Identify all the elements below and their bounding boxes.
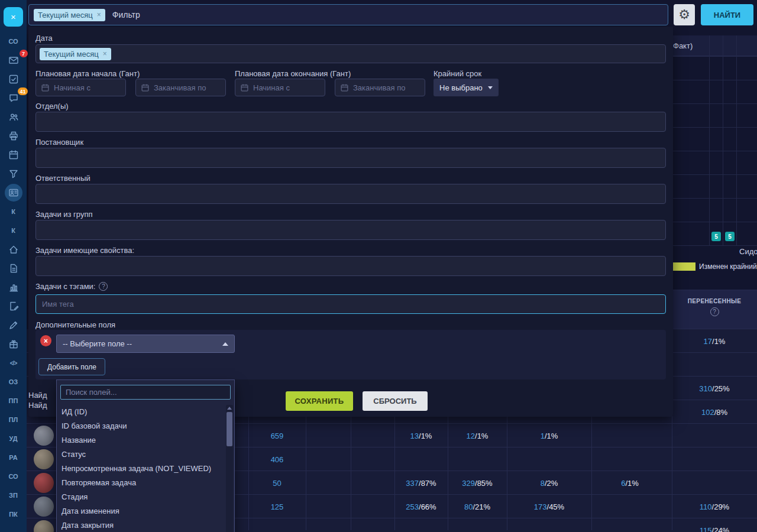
sidebar-item-pl[interactable]: ПЛ bbox=[4, 414, 23, 426]
filter-chip: Текущий месяц × bbox=[34, 9, 105, 21]
plan-end-from[interactable] bbox=[235, 79, 325, 96]
add-field-button[interactable]: Добавить поле bbox=[38, 358, 105, 375]
sidebar-item-chart[interactable] bbox=[4, 281, 23, 293]
table-cell[interactable]: 110 / 29% bbox=[672, 495, 757, 518]
field-option[interactable]: Статус bbox=[57, 447, 226, 462]
responsible-input[interactable] bbox=[36, 184, 665, 203]
field-select[interactable]: -- Выберите поле -- bbox=[56, 335, 235, 353]
table-cell[interactable]: 80 / 21% bbox=[448, 495, 507, 518]
groups-input[interactable] bbox=[36, 220, 665, 239]
chip-remove-icon[interactable]: × bbox=[97, 11, 101, 19]
table-cell[interactable]: 8 / 2% bbox=[507, 471, 591, 495]
sidebar-item-ra[interactable]: РА bbox=[4, 452, 23, 463]
scroll-up-icon[interactable] bbox=[227, 407, 232, 410]
groups-field[interactable] bbox=[35, 220, 666, 240]
save-button[interactable]: СОХРАНИТЬ bbox=[286, 391, 353, 411]
sidebar-item-tasks[interactable] bbox=[4, 73, 23, 85]
plan-start-to[interactable] bbox=[135, 79, 226, 96]
help-icon[interactable]: ? bbox=[99, 282, 108, 291]
sidebar-item-people[interactable] bbox=[4, 111, 23, 123]
sidebar-item-code[interactable]: </> bbox=[4, 357, 23, 369]
department-input[interactable] bbox=[36, 112, 665, 131]
contract-icon bbox=[8, 301, 19, 312]
sidebar-item-pp[interactable]: ПП bbox=[4, 395, 23, 407]
sidebar-item-pen[interactable] bbox=[4, 319, 23, 331]
table-cell[interactable]: 337 / 87% bbox=[394, 471, 448, 495]
reset-button[interactable]: СБРОСИТЬ bbox=[363, 391, 428, 411]
remove-field-button[interactable]: × bbox=[40, 335, 51, 346]
tags-field[interactable] bbox=[35, 294, 666, 314]
table-cell[interactable]: 329 / 85% bbox=[448, 471, 507, 495]
table-cell[interactable]: 406 bbox=[248, 447, 306, 471]
department-field[interactable] bbox=[35, 112, 666, 132]
table-cell[interactable]: 13 / 1% bbox=[394, 424, 448, 447]
props-field[interactable] bbox=[35, 256, 666, 276]
field-search-input[interactable] bbox=[60, 385, 231, 400]
sidebar-item-ud[interactable]: УД bbox=[4, 433, 23, 445]
sidebar-item-contract[interactable] bbox=[4, 300, 23, 312]
column-title: ПЕРЕНЕСЕННЫЕ bbox=[688, 298, 742, 304]
sidebar-item-oz[interactable]: ОЗ bbox=[4, 376, 23, 388]
creator-label: Постановщик bbox=[35, 138, 83, 147]
table-cell[interactable]: 173 / 45% bbox=[507, 495, 591, 518]
sidebar-item-gift[interactable] bbox=[4, 338, 23, 350]
sidebar-item-document[interactable] bbox=[4, 262, 23, 274]
table-cell[interactable]: 17 / 1% bbox=[672, 329, 757, 353]
tag-name-input[interactable] bbox=[36, 295, 665, 313]
field-option[interactable]: Непросмотренная задача (NOT_VIEWED) bbox=[57, 462, 226, 476]
props-input[interactable] bbox=[36, 257, 665, 275]
date-field[interactable]: Текущий месяц × bbox=[35, 44, 666, 63]
creator-field[interactable] bbox=[35, 148, 666, 168]
field-option[interactable]: ID базовой задачи bbox=[57, 419, 226, 433]
table-cell[interactable]: 6 / 1% bbox=[591, 471, 668, 495]
sidebar-item-so-2[interactable]: СО bbox=[4, 471, 23, 482]
chip-remove-icon[interactable]: × bbox=[103, 50, 107, 58]
table-cell[interactable]: 125 bbox=[248, 495, 306, 518]
plan-start-from[interactable] bbox=[35, 79, 126, 96]
sidebar-item-report-active[interactable] bbox=[4, 187, 23, 199]
calendar-icon bbox=[240, 83, 249, 92]
sidebar-item-so-1[interactable]: СО bbox=[4, 35, 23, 47]
sidebar-item-printer[interactable] bbox=[4, 130, 23, 142]
sidebar-item-chat[interactable]: 41 bbox=[4, 92, 23, 104]
table-cell[interactable]: 253 / 66% bbox=[394, 495, 448, 518]
table-cell[interactable]: 50 bbox=[248, 471, 306, 495]
table-column-header: ПЕРЕНЕСЕННЫЕ ? bbox=[672, 290, 757, 329]
table-cell[interactable]: 12 / 1% bbox=[448, 424, 507, 447]
field-option[interactable]: ИД (ID) bbox=[57, 405, 226, 419]
extra-fields-label: Дополнительные поля bbox=[35, 320, 115, 329]
gear-icon: ⚙ bbox=[678, 7, 690, 22]
table-cell[interactable]: 1 / 1% bbox=[507, 424, 591, 447]
sidebar-item-k-2[interactable]: К bbox=[4, 225, 23, 236]
sidebar-item-calendar[interactable] bbox=[4, 149, 23, 161]
field-option[interactable]: Дата изменения bbox=[57, 504, 226, 518]
sidebar-item-filter[interactable] bbox=[4, 168, 23, 180]
filter-search-bar[interactable]: Текущий месяц × Фильтр bbox=[28, 4, 668, 25]
scrollbar-thumb[interactable] bbox=[227, 412, 232, 446]
field-option[interactable]: Повторяемая задача bbox=[57, 476, 226, 490]
field-option[interactable]: Стадия bbox=[57, 490, 226, 504]
groups-label: Задачи из групп bbox=[35, 210, 93, 219]
plan-end-to[interactable] bbox=[335, 79, 425, 96]
mail-icon bbox=[8, 55, 19, 66]
sidebar-item-home[interactable] bbox=[4, 244, 23, 255]
sidebar-item-mail[interactable]: 7 bbox=[4, 54, 23, 66]
dropdown-scrollbar[interactable] bbox=[226, 405, 233, 532]
responsible-field[interactable] bbox=[35, 184, 666, 204]
table-cell[interactable]: 102 / 8% bbox=[672, 400, 757, 424]
help-icon[interactable]: ? bbox=[710, 307, 719, 316]
table-cell[interactable]: 659 bbox=[248, 424, 306, 447]
sidebar-item-k-1[interactable]: К bbox=[4, 206, 23, 218]
sidebar-close-button[interactable]: × bbox=[4, 7, 23, 27]
table-cell[interactable]: 115 / 24% bbox=[672, 518, 757, 532]
find-button[interactable]: НАЙТИ bbox=[701, 4, 753, 25]
sidebar-item-zp[interactable]: ЗП bbox=[4, 489, 23, 501]
table-cell[interactable]: 310 / 25% bbox=[672, 377, 757, 400]
people-icon bbox=[8, 112, 19, 122]
creator-input[interactable] bbox=[36, 148, 665, 167]
settings-button[interactable]: ⚙ bbox=[674, 4, 695, 25]
field-option[interactable]: Название bbox=[57, 433, 226, 447]
deadline-select[interactable]: Не выбрано bbox=[434, 79, 499, 96]
sidebar-item-pk[interactable]: ПК bbox=[4, 508, 23, 520]
field-option[interactable]: Дата закрытия bbox=[57, 518, 226, 532]
